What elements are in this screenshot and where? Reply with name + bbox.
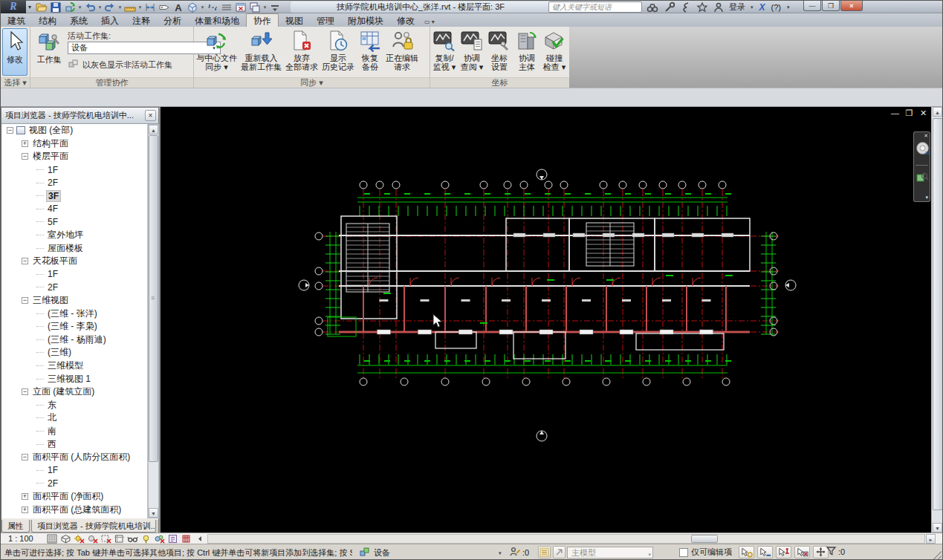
- sign-in-icon[interactable]: [711, 1, 726, 13]
- aligned-dimension-icon[interactable]: [143, 1, 157, 13]
- close-hidden-windows-icon[interactable]: [234, 1, 247, 13]
- default-3d-view-icon[interactable]: [186, 1, 199, 13]
- view-scale[interactable]: 1 : 100: [8, 534, 33, 543]
- gray-inactive-worksets-toggle[interactable]: 以灰色显示非活动工作集: [68, 58, 172, 71]
- application-menu-button[interactable]: R: [1, 1, 26, 13]
- chevron-down-icon[interactable]: ▾: [748, 4, 756, 10]
- shadows-off-icon[interactable]: [87, 534, 98, 544]
- horizontal-scrollbar[interactable]: [207, 534, 925, 544]
- tree-item-面积平面 (人防分区面积)[interactable]: −面积平面 (人防分区面积): [2, 451, 147, 464]
- tree-item-(三维 - 李枭)[interactable]: (三维 - 李枭): [2, 320, 147, 333]
- tree-item-4F[interactable]: 4F: [2, 203, 147, 216]
- navbar-close-icon[interactable]: ✕: [924, 133, 928, 139]
- chevron-down-icon[interactable]: ▾: [117, 4, 123, 10]
- scroll-down-icon[interactable]: ▼: [149, 508, 158, 518]
- subscription-center-icon[interactable]: [662, 1, 677, 13]
- chevron-down-icon[interactable]: ▾: [262, 4, 268, 10]
- steering-wheel-icon[interactable]: 2D: [916, 141, 930, 157]
- help-icon[interactable]: (?): [769, 3, 783, 12]
- tree-item-东[interactable]: 东: [2, 398, 147, 411]
- drawing-area[interactable]: — ❐ ✕ ✕ 2D ▾: [161, 107, 931, 533]
- tree-item-面积平面 (总建筑面积)[interactable]: +面积平面 (总建筑面积): [2, 503, 147, 516]
- reveal-hidden-icon[interactable]: [140, 534, 152, 544]
- tree-item-2F[interactable]: 2F: [2, 477, 147, 490]
- design-options-select[interactable]: 主模型 ▾: [567, 547, 653, 559]
- editable-only-control[interactable]: 仅可编辑项: [679, 547, 732, 558]
- tree-item-2F[interactable]: 2F: [2, 176, 147, 189]
- collapse-arrow-icon[interactable]: [194, 534, 205, 544]
- scrollbar-thumb[interactable]: [691, 535, 718, 543]
- editing-requests-status[interactable]: :0: [509, 546, 529, 559]
- select-panel-label[interactable]: 选择 ▾: [1, 77, 30, 88]
- tab-分析[interactable]: 分析: [157, 14, 188, 27]
- tree-item-视图 (全部)[interactable]: −视图 (全部): [2, 124, 147, 137]
- chevron-down-icon[interactable]: ▾: [137, 4, 143, 10]
- switch-windows-icon[interactable]: [248, 1, 262, 13]
- coord-interference-check-button[interactable]: 碰撞检查 ▾: [541, 27, 568, 75]
- active-only-icon[interactable]: [538, 546, 551, 559]
- modify-button[interactable]: 修改: [2, 28, 27, 76]
- collapse-icon[interactable]: −: [22, 297, 28, 304]
- sync-central-small-icon[interactable]: [63, 1, 77, 13]
- tab-体量和场地[interactable]: 体量和场地: [188, 14, 246, 27]
- collapse-icon[interactable]: −: [22, 454, 28, 460]
- coord-coordination-review-button[interactable]: 协调查阅 ▾: [458, 27, 485, 75]
- restore-button[interactable]: ❐: [822, 1, 840, 11]
- tab-project-browser[interactable]: 项目浏览器 - 技师学院机电培训...: [31, 520, 156, 533]
- sync-reload-latest-button[interactable]: 重新载入最新工作集: [239, 27, 283, 75]
- expand-icon[interactable]: +: [22, 493, 28, 500]
- tree-item-室外地坪[interactable]: 室外地坪: [2, 229, 147, 242]
- expand-icon[interactable]: +: [22, 507, 28, 513]
- select-pinned-toggle-icon[interactable]: [776, 546, 791, 559]
- tree-item-1F[interactable]: 1F: [2, 268, 147, 281]
- browser-scrollbar[interactable]: ▲ ▼: [148, 124, 159, 518]
- infocenter-search-input[interactable]: 键入关键字或短语: [548, 1, 642, 13]
- close-button[interactable]: ×: [840, 1, 863, 11]
- tab-properties[interactable]: 属性: [1, 520, 30, 533]
- project-browser-header[interactable]: 项目浏览器 - 技师学院机电培训中...: [1, 108, 158, 124]
- view-close-icon[interactable]: ✕: [918, 108, 928, 118]
- tab-系统[interactable]: 系统: [63, 14, 94, 27]
- collapse-icon[interactable]: −: [22, 258, 28, 264]
- tag-icon[interactable]: [158, 1, 171, 13]
- exclude-options-icon[interactable]: [553, 546, 566, 559]
- sync-editing-requests-button[interactable]: 正在编辑请求: [384, 27, 420, 75]
- detail-level-icon[interactable]: [47, 534, 58, 544]
- select-links-toggle-icon[interactable]: [739, 546, 754, 559]
- tree-item-(三维 - 张洋)[interactable]: (三维 - 张洋): [2, 307, 147, 320]
- open-file-icon[interactable]: [35, 1, 48, 13]
- redo-icon[interactable]: [103, 1, 117, 13]
- tab-注释[interactable]: 注释: [126, 14, 157, 27]
- scroll-right-icon[interactable]: ▸: [926, 534, 936, 544]
- reveal-constraints-icon[interactable]: [181, 534, 192, 544]
- section-icon[interactable]: [206, 1, 219, 13]
- panel-display-toggle-icon[interactable]: ▭ ▾: [421, 19, 438, 25]
- scroll-up-icon[interactable]: ▲: [933, 107, 942, 117]
- active-workset-status[interactable]: 设备: [359, 546, 390, 559]
- sync-sync-central-big-button[interactable]: 与中心文件同步 ▾: [195, 27, 239, 75]
- crop-region-off-icon[interactable]: [100, 534, 111, 544]
- show-crop-icon[interactable]: [114, 534, 125, 544]
- tree-item-楼层平面[interactable]: −楼层平面: [2, 150, 147, 163]
- tree-item-立面 (建筑立面)[interactable]: −立面 (建筑立面): [2, 385, 147, 399]
- tree-item-屋面楼板[interactable]: 屋面楼板: [2, 241, 147, 255]
- coord-coordination-host-button[interactable]: 协调主体: [513, 27, 540, 75]
- synchronize-panel-label[interactable]: 同步 ▾: [194, 77, 430, 88]
- tree-item-三维模型[interactable]: 三维模型: [2, 359, 147, 373]
- zoom-tool-icon[interactable]: [916, 171, 929, 185]
- tree-item-(三维 - 杨雨迪)[interactable]: (三维 - 杨雨迪): [2, 333, 147, 347]
- sign-in-label[interactable]: 登录: [727, 1, 747, 13]
- tree-item-西[interactable]: 西: [2, 437, 147, 451]
- tree-item-面积平面 (净面积)[interactable]: +面积平面 (净面积): [2, 490, 147, 504]
- collapse-icon[interactable]: −: [7, 127, 13, 134]
- exchange-apps-icon[interactable]: X: [757, 2, 768, 13]
- tree-item-1F[interactable]: 1F: [2, 163, 147, 177]
- favorites-icon[interactable]: [695, 1, 710, 13]
- vertical-scrollbar[interactable]: ▲ ▼: [931, 107, 943, 533]
- editable-only-checkbox[interactable]: [679, 548, 688, 557]
- selection-filter[interactable]: :0: [826, 546, 845, 558]
- worksharing-display-off-icon[interactable]: [154, 534, 165, 544]
- save-icon[interactable]: [49, 1, 62, 13]
- tree-item-三维视图 1[interactable]: 三维视图 1: [2, 372, 147, 385]
- view-minimize-icon[interactable]: —: [890, 108, 900, 118]
